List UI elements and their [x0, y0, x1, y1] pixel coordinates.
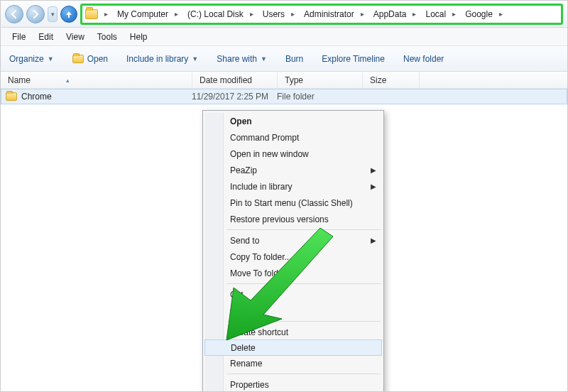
cm-cut[interactable]: Cut [204, 286, 382, 303]
folder-icon [85, 9, 98, 19]
separator [227, 229, 381, 230]
separator [227, 374, 381, 374]
open-label: Open [87, 54, 108, 64]
chevron-right-icon[interactable]: ▸ [171, 10, 182, 18]
chevron-right-icon[interactable]: ▸ [449, 10, 459, 18]
file-name: Chrome [21, 92, 192, 102]
sort-asc-icon: ▴ [66, 77, 70, 84]
context-menu: Open Command Prompt Open in new window P… [202, 110, 384, 392]
include-label: Include in library [126, 54, 188, 64]
file-date: 11/29/2017 2:25 PM [192, 92, 277, 102]
forward-button[interactable] [26, 5, 45, 23]
submenu-arrow-icon: ▶ [371, 183, 376, 190]
submenu-arrow-icon: ▶ [371, 236, 376, 244]
col-name[interactable]: Name ▴ [1, 72, 192, 88]
new-folder-button[interactable]: New folder [402, 51, 445, 67]
list-item[interactable]: Chrome 11/29/2017 2:25 PM File folder [1, 89, 567, 104]
column-headers: Name ▴ Date modified Type Size [1, 72, 567, 89]
cm-peazip[interactable]: PeaZip ▶ [204, 162, 382, 178]
cm-peazip-label: PeaZip [230, 165, 257, 175]
cm-sendto-label: Send to [230, 236, 259, 246]
separator [227, 283, 381, 284]
up-button[interactable] [60, 6, 77, 23]
col-name-label: Name [8, 75, 31, 85]
breadcrumb: My Computer ▸ (C:) Local Disk ▸ Users ▸ … [111, 6, 506, 23]
crumb-admin[interactable]: Administrator [298, 6, 357, 23]
chevron-down-icon: ▼ [192, 55, 198, 62]
cm-copy[interactable]: Copy [204, 303, 382, 319]
crumb-c-drive[interactable]: (C:) Local Disk [182, 6, 246, 23]
cm-rename[interactable]: Rename [204, 355, 382, 371]
organize-label: Organize [9, 54, 44, 64]
burn-button[interactable]: Burn [284, 51, 305, 67]
crumb-local[interactable]: Local [420, 6, 449, 23]
cm-include-label: Include in library [230, 182, 292, 192]
cm-properties[interactable]: Properties [204, 376, 382, 392]
chevron-right-icon[interactable]: ▸ [409, 10, 420, 18]
cm-delete[interactable]: Delete [204, 339, 382, 356]
menu-edit[interactable]: Edit [33, 30, 59, 44]
col-size[interactable]: Size [363, 72, 420, 88]
folder-icon [6, 92, 17, 101]
cm-create-shortcut[interactable]: Create shortcut [204, 324, 382, 340]
cm-pin-start[interactable]: Pin to Start menu (Classic Shell) [204, 195, 382, 211]
folder-open-icon [72, 55, 84, 63]
crumb-my-computer[interactable]: My Computer [111, 6, 171, 23]
menu-file[interactable]: File [6, 30, 31, 44]
address-bar[interactable]: ▸ My Computer ▸ (C:) Local Disk ▸ Users … [80, 4, 563, 25]
chevron-right-icon[interactable]: ▸ [101, 10, 111, 18]
menubar: File Edit View Tools Help [1, 28, 567, 46]
menu-help[interactable]: Help [124, 30, 153, 44]
cm-restore-versions[interactable]: Restore previous versions [204, 211, 382, 227]
menu-view[interactable]: View [60, 30, 90, 44]
crumb-google[interactable]: Google [459, 6, 496, 23]
submenu-arrow-icon: ▶ [371, 166, 376, 174]
chevron-right-icon[interactable]: ▸ [246, 10, 257, 18]
cm-open[interactable]: Open [204, 113, 382, 129]
cm-open-new-window[interactable]: Open in new window [204, 146, 382, 162]
col-type[interactable]: Type [278, 72, 363, 88]
chevron-right-icon[interactable]: ▸ [496, 10, 506, 18]
history-dropdown[interactable]: ▾ [48, 6, 58, 22]
separator [227, 321, 381, 322]
col-date[interactable]: Date modified [192, 72, 278, 88]
chevron-right-icon[interactable]: ▸ [357, 10, 368, 18]
organize-button[interactable]: Organize ▼ [8, 51, 55, 67]
cm-command-prompt[interactable]: Command Prompt [204, 129, 382, 146]
cm-move-to[interactable]: Move To folder... [204, 265, 382, 281]
open-button[interactable]: Open [71, 51, 109, 67]
chevron-down-icon: ▼ [48, 55, 54, 62]
menu-tools[interactable]: Tools [92, 30, 123, 44]
share-with-button[interactable]: Share with ▼ [215, 51, 268, 67]
toolbar: Organize ▼ Open Include in library ▼ Sha… [1, 46, 567, 72]
chevron-down-icon: ▼ [261, 55, 267, 62]
share-label: Share with [217, 54, 257, 64]
cm-send-to[interactable]: Send to ▶ [204, 232, 382, 249]
crumb-appdata[interactable]: AppData [368, 6, 410, 23]
include-in-library-button[interactable]: Include in library ▼ [125, 51, 200, 67]
explore-timeline-button[interactable]: Explore Timeline [320, 51, 386, 67]
file-list: Chrome 11/29/2017 2:25 PM File folder [1, 89, 567, 104]
back-button[interactable] [5, 5, 23, 23]
chevron-right-icon[interactable]: ▸ [288, 10, 298, 18]
cm-copy-to[interactable]: Copy To folder... [204, 249, 382, 265]
file-type: File folder [277, 92, 362, 102]
cm-include-library[interactable]: Include in library ▶ [204, 178, 382, 195]
crumb-users[interactable]: Users [257, 6, 288, 23]
